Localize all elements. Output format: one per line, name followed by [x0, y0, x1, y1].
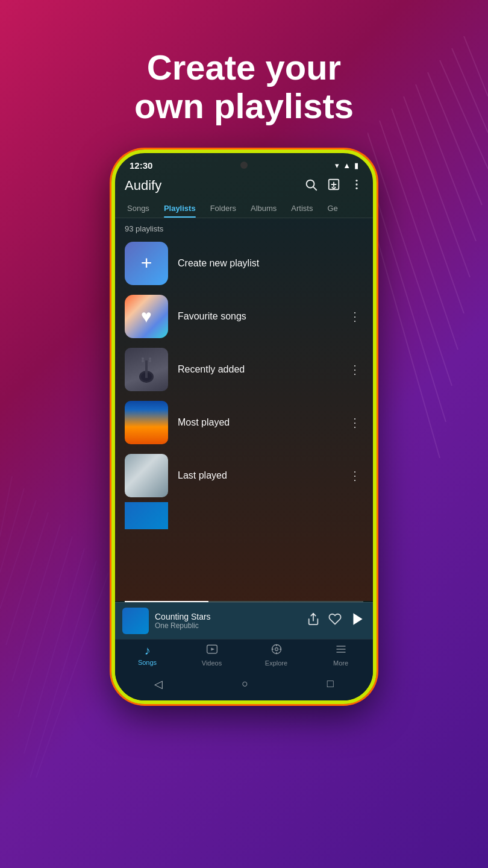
heart-icon: ♥	[141, 306, 152, 327]
list-item[interactable]: Most played ⋮	[115, 396, 373, 449]
now-playing-thumb	[122, 608, 149, 634]
nav-label-explore: Explore	[265, 659, 287, 667]
more-options-icon[interactable]: ⋮	[346, 360, 363, 379]
list-item[interactable]: Recently added ⋮	[115, 343, 373, 396]
svg-line-4	[416, 84, 476, 241]
playlist-name: Recently added	[178, 364, 245, 374]
explore-nav-icon	[271, 643, 283, 658]
svg-rect-28	[145, 359, 148, 378]
svg-marker-37	[211, 647, 214, 650]
search-icon[interactable]	[304, 178, 318, 194]
phone-screen: 12:30 ▾ ▲ ▮ Audify	[111, 149, 377, 704]
svg-point-23	[355, 180, 357, 181]
svg-line-14	[6, 512, 48, 645]
svg-line-9	[368, 169, 446, 422]
partial-thumb	[125, 502, 168, 529]
svg-line-18	[30, 561, 96, 778]
recents-button[interactable]: □	[327, 678, 334, 690]
svg-line-21	[313, 187, 316, 190]
android-nav: ◁ ○ □	[115, 671, 373, 700]
playlist-name: Favourite songs	[178, 311, 246, 321]
svg-marker-35	[353, 613, 362, 625]
bottom-nav: ♪ Songs Videos	[115, 639, 373, 671]
progress-bar	[125, 601, 363, 602]
svg-point-39	[275, 647, 278, 650]
phone-mockup: 12:30 ▾ ▲ ▮ Audify	[111, 149, 377, 704]
svg-point-31	[149, 357, 151, 360]
more-options-icon[interactable]: ⋮	[346, 466, 363, 485]
app-title: Audify	[125, 178, 161, 193]
playlist-name: Most played	[178, 417, 230, 427]
share-icon[interactable]	[307, 612, 320, 629]
more-options-icon[interactable]: ⋮	[346, 413, 363, 432]
content-area: 93 playlists + Create new playlist ♥ Fav…	[115, 218, 373, 601]
signal-icon: ▲	[343, 161, 351, 170]
more-options-icon[interactable]: ⋮	[346, 307, 363, 326]
videos-nav-icon	[206, 643, 218, 658]
svg-point-33	[149, 360, 151, 362]
headline: Create your own playlists	[98, 48, 390, 125]
recently-added-thumb	[125, 348, 168, 391]
playlist-info: Most played	[178, 417, 337, 428]
svg-point-25	[355, 187, 357, 189]
list-item[interactable]: + Create new playlist	[115, 237, 373, 290]
now-playing-controls	[307, 611, 366, 631]
svg-rect-29	[144, 357, 149, 360]
now-playing-info: Counting Stars One Republic	[155, 612, 301, 630]
svg-line-8	[368, 133, 452, 386]
list-item[interactable]: Last played ⋮	[115, 449, 373, 502]
status-icons: ▾ ▲ ▮	[335, 161, 358, 170]
playlist-name: Last played	[178, 470, 227, 480]
last-played-thumb	[125, 454, 168, 497]
svg-line-0	[464, 36, 488, 96]
playlist-info: Favourite songs	[178, 311, 337, 322]
nav-label-videos: Videos	[202, 659, 222, 667]
play-button[interactable]	[350, 611, 366, 631]
most-played-thumb	[125, 401, 168, 444]
now-playing-bar[interactable]: Counting Stars One Republic	[115, 602, 373, 639]
tab-artists[interactable]: Artists	[284, 199, 320, 218]
nav-label-songs: Songs	[138, 659, 157, 666]
now-playing-artist: One Republic	[155, 621, 301, 630]
nav-item-videos[interactable]: Videos	[180, 643, 244, 667]
tab-folders[interactable]: Folders	[203, 199, 243, 218]
svg-line-12	[0, 488, 24, 573]
import-icon[interactable]	[327, 178, 340, 194]
status-time: 12:30	[130, 160, 152, 171]
now-playing-title: Counting Stars	[155, 612, 301, 621]
tab-albums[interactable]: Albums	[243, 199, 284, 218]
create-playlist-thumb: +	[125, 242, 168, 285]
tab-songs[interactable]: Songs	[120, 199, 157, 218]
home-button[interactable]: ○	[242, 678, 248, 690]
more-vertical-icon[interactable]	[350, 178, 363, 194]
playlist-info: Create new playlist	[178, 258, 363, 269]
favourite-thumb: ♥	[125, 295, 168, 338]
app-bar: Audify	[115, 173, 373, 199]
nav-item-explore[interactable]: Explore	[244, 643, 308, 667]
like-icon[interactable]	[328, 612, 342, 629]
svg-line-1	[452, 48, 488, 133]
svg-point-30	[142, 357, 144, 360]
battery-icon: ▮	[354, 161, 358, 170]
songs-nav-icon: ♪	[145, 644, 151, 658]
nav-item-songs[interactable]: ♪ Songs	[115, 644, 180, 666]
svg-line-17	[24, 549, 84, 753]
app-bar-icons	[304, 178, 363, 194]
tab-genres[interactable]: Ge	[320, 199, 345, 218]
front-camera	[240, 162, 248, 169]
wifi-icon: ▾	[335, 161, 339, 170]
status-bar: 12:30 ▾ ▲ ▮	[115, 153, 373, 173]
tab-bar: Songs Playlists Folders Albums Artists G…	[115, 199, 373, 218]
list-item[interactable]	[115, 502, 373, 529]
tab-playlists[interactable]: Playlists	[157, 199, 203, 218]
back-button[interactable]: ◁	[154, 678, 163, 691]
svg-line-16	[18, 536, 72, 717]
playlist-info: Last played	[178, 470, 337, 481]
list-item[interactable]: ♥ Favourite songs ⋮	[115, 290, 373, 343]
playlist-info: Recently added	[178, 364, 337, 375]
svg-line-7	[380, 121, 458, 350]
nav-item-more[interactable]: More	[308, 643, 373, 667]
more-nav-icon	[335, 643, 347, 658]
svg-line-11	[0, 476, 12, 536]
playlist-name: Create new playlist	[178, 258, 259, 268]
